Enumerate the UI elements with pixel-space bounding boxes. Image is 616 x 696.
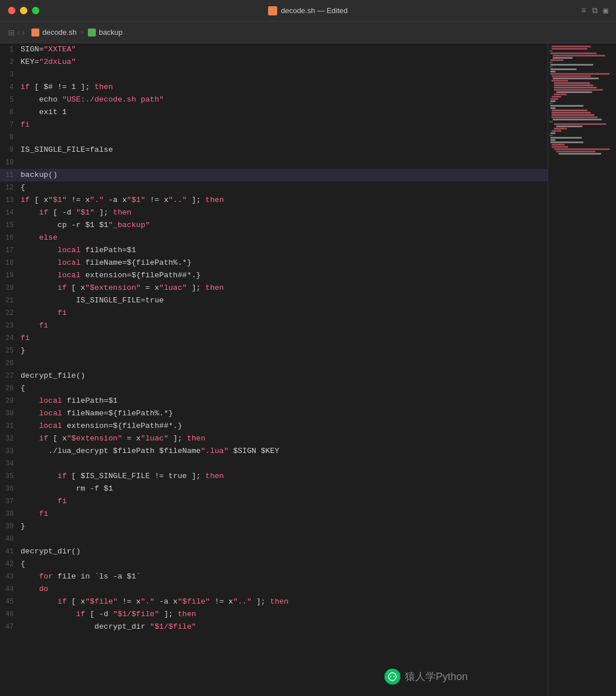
code-line-8: 8 [0,131,548,144]
list-view-icon[interactable]: ≡ [581,6,586,15]
code-line-23: 23 fi [0,319,548,332]
code-line-34: 34 [0,458,548,470]
code-line-45: 45 if [ x"$file" != x"." -a x"$file" != … [0,596,548,608]
code-line-2: 2 KEY="2dxLua" [0,56,548,68]
code-line-11: 11 backup() [0,169,548,181]
titlebar: decode.sh — Edited ≡ ⧉ ▣ [0,0,616,22]
code-line-30: 30 local fileName=${filePath%.*} [0,407,548,420]
code-line-26: 26 [0,357,548,370]
code-line-27: 27 decrypt_file() [0,370,548,382]
code-line-44: 44 do [0,583,548,596]
code-line-5: 5 echo "USE:./decode.sh path" [0,94,548,106]
split-view-icon[interactable]: ⧉ [592,6,598,15]
code-line-38: 38 fi [0,508,548,520]
code-line-36: 36 rm -f $1 [0,483,548,495]
grid-icon[interactable]: ⊞ [8,28,15,37]
main-area: 1 SIGN="XXTEA" 2 KEY="2dxLua" 3 4 if [ $… [0,43,616,696]
code-line-28: 28 { [0,382,548,395]
code-line-3: 3 [0,68,548,81]
code-line-9: 9 IS_SINGLE_FILE=false [0,144,548,156]
code-line-14: 14 if [ -d "$1" ]; then [0,207,548,219]
breadcrumb-separator: › [80,28,84,37]
minimap-content [548,43,616,157]
code-line-18: 18 local fileName=${filePath%.*} [0,257,548,269]
code-line-19: 19 local extension=${filePath##*.} [0,269,548,282]
code-line-22: 22 fi [0,307,548,319]
forward-arrow[interactable]: › [22,28,25,37]
code-line-6: 6 exit 1 [0,106,548,119]
code-line-15: 15 cp -r $1 $1"_backup" [0,219,548,232]
code-container: 1 SIGN="XXTEA" 2 KEY="2dxLua" 3 4 if [ $… [0,43,548,696]
close-button[interactable] [8,7,15,14]
traffic-lights [8,7,39,14]
breadcrumb-filename: decode.sh [42,28,76,37]
code-line-33: 33 ./lua_decrypt $filePath $fileName".lu… [0,445,548,458]
code-line-10: 10 [0,156,548,169]
code-line-12: 12 { [0,181,548,194]
titlebar-actions: ≡ ⧉ ▣ [581,6,608,15]
code-line-47: 47 decrypt_dir "$1/$file" [0,621,548,633]
code-line-29: 29 local filePath=$1 [0,395,548,407]
code-line-40: 40 [0,533,548,545]
code-line-20: 20 if [ x"$extension" = x"luac" ]; then [0,282,548,294]
window-title: decode.sh — Edited [268,6,347,15]
breadcrumb-file[interactable]: decode.sh [31,28,76,37]
watermark-text: 猿人学Python [405,670,468,683]
code-line-1: 1 SIGN="XXTEA" [0,43,548,56]
code-line-4: 4 if [ $# != 1 ]; then [0,81,548,94]
panel-view-icon[interactable]: ▣ [603,6,608,15]
code-line-16: 16 else [0,232,548,244]
minimap[interactable] [548,43,616,696]
breadcrumb-section[interactable]: backup [88,28,123,37]
section-icon [88,29,96,37]
sh-file-icon [31,29,39,37]
code-line-31: 31 local extension=${filePath##*.} [0,420,548,432]
breadcrumb-bar: ⊞ ‹ › decode.sh › backup [0,22,616,43]
file-type-icon [268,6,277,15]
code-line-7: 7 fi [0,119,548,131]
watermark: 猿人学Python [384,669,468,685]
code-line-41: 41 decrypt_dir() [0,545,548,558]
breadcrumb-section-name: backup [99,28,123,37]
wechat-icon [384,669,400,685]
code-line-39: 39 } [0,520,548,533]
code-line-13: 13 if [ x"$1" != x"." -a x"$1" != x".." … [0,194,548,207]
back-arrow[interactable]: ‹ [17,28,20,37]
code-line-35: 35 if [ $IS_SINGLE_FILE != true ]; then [0,470,548,483]
title-label: decode.sh — Edited [281,6,347,15]
code-line-37: 37 fi [0,495,548,508]
minimize-button[interactable] [20,7,27,14]
code-line-46: 46 if [ -d "$1/$file" ]; then [0,608,548,621]
code-line-43: 43 for file in `ls -a $1` [0,570,548,583]
code-line-21: 21 IS_SINGLE_FILE=true [0,294,548,307]
editor-area[interactable]: 1 SIGN="XXTEA" 2 KEY="2dxLua" 3 4 if [ $… [0,43,548,696]
code-line-32: 32 if [ x"$extension" = x"luac" ]; then [0,432,548,445]
code-line-24: 24 fi [0,332,548,345]
code-line-17: 17 local filePath=$1 [0,244,548,257]
nav-arrows: ⊞ ‹ › [8,28,25,37]
code-line-25: 25 } [0,345,548,357]
code-line-42: 42 { [0,558,548,570]
maximize-button[interactable] [32,7,39,14]
